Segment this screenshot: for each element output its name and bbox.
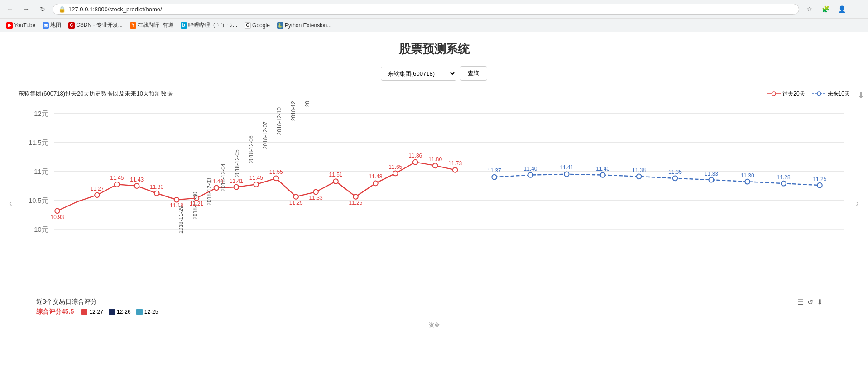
fore-dot-0 (492, 175, 497, 180)
svg-text:11.25: 11.25 (349, 200, 362, 206)
svg-text:11.40: 11.40 (596, 166, 609, 172)
hist-dot-20 (453, 167, 458, 172)
hist-dot-11 (273, 176, 278, 181)
bookmark-csdn[interactable]: C CSDN - 专业开发... (66, 20, 125, 30)
eval-legend-1226: 12-26 (109, 309, 131, 315)
svg-text:2018-12-05: 2018-12-05 (234, 149, 240, 177)
evaluation-title: 近3个交易日综合评分 (36, 298, 158, 306)
download-icon[interactable]: ⬇ (817, 298, 823, 306)
fore-dot-6 (709, 177, 714, 182)
fore-dot-4 (637, 174, 642, 179)
svg-text:2018-12-12: 2018-12-12 (304, 101, 311, 107)
hist-dot-8 (214, 186, 219, 191)
legend-future: 未来10天 (812, 90, 850, 98)
bilibili-favicon: b (181, 22, 187, 29)
chart-container: ‹ › 东软集团(600718)过去20天历史数据以及未来10天预测数据 过去2… (9, 90, 859, 316)
chart-title: 东软集团(600718)过去20天历史数据以及未来10天预测数据 (18, 90, 173, 98)
svg-text:11.28: 11.28 (777, 174, 791, 181)
svg-text:2018-12-04: 2018-12-04 (220, 163, 226, 191)
data-view-icon[interactable]: ☰ (797, 298, 804, 306)
bookmarks-bar: ▶ YouTube ◉ 地图 C CSDN - 专业开发... Y 在线翻译_有… (0, 18, 868, 32)
bookmark-python-label: Python Extension... (285, 22, 331, 29)
bookmark-maps[interactable]: ◉ 地图 (40, 20, 64, 30)
address-bar[interactable]: 🔒 127.0.0.1:8000/stock_predict/home/ (53, 4, 799, 15)
profile-button[interactable]: 👤 (835, 3, 848, 15)
python-favicon: 🐍 (277, 22, 283, 29)
forward-button[interactable]: → (20, 3, 33, 15)
svg-text:11.30: 11.30 (741, 172, 754, 179)
hist-dot-18 (413, 160, 418, 165)
extensions-button[interactable]: 🧩 (819, 3, 832, 15)
url-text: 127.0.0.1:8000/stock_predict/home/ (68, 6, 162, 13)
svg-text:11.35: 11.35 (668, 169, 682, 175)
hist-label-0: 10.93 (51, 214, 64, 220)
reload-button[interactable]: ↻ (36, 3, 49, 15)
svg-text:11.41: 11.41 (560, 164, 573, 171)
fore-dot-1 (528, 172, 533, 177)
bottom-section: 近3个交易日综合评分 综合评分45.5 12-27 12-26 (18, 298, 850, 316)
svg-text:2018-12-10: 2018-12-10 (276, 107, 283, 135)
chart-tools: ☰ ↺ ⬇ (797, 298, 823, 306)
svg-text:11.45: 11.45 (249, 175, 263, 181)
maps-favicon: ◉ (43, 22, 49, 29)
eval-legend-1225: 12-25 (136, 309, 158, 315)
svg-text:11.5元: 11.5元 (29, 139, 48, 146)
bookmark-google-label: Google (252, 22, 270, 29)
svg-text:11.51: 11.51 (329, 172, 343, 178)
svg-text:11.25: 11.25 (813, 176, 826, 182)
back-button[interactable]: ← (4, 3, 16, 15)
hist-dot-17 (393, 171, 398, 176)
svg-text:11.65: 11.65 (388, 164, 402, 170)
svg-text:2018-12-03: 2018-12-03 (206, 177, 212, 206)
main-chart-svg: 12元 11.5元 11元 10.5元 10元 10.93 11.27 11.4… (18, 101, 850, 294)
chart-next-arrow[interactable]: › (856, 197, 859, 208)
youdao-favicon: Y (130, 22, 136, 29)
hist-dot-2 (95, 192, 100, 197)
svg-text:11.41: 11.41 (230, 178, 243, 184)
stock-selector: 东软集团(600718) 贵州茅台(600519) 平安银行(000001) 查… (9, 66, 859, 81)
bottom-text: 资金 (429, 322, 440, 328)
side-download-icon[interactable]: ⬇ (858, 91, 864, 100)
svg-text:2018-11-29: 2018-11-29 (178, 206, 184, 234)
svg-text:2018-11-30: 2018-11-30 (192, 191, 198, 220)
bookmark-google[interactable]: G Google (242, 21, 273, 29)
svg-text:11.33: 11.33 (309, 195, 323, 201)
hist-dot-13 (313, 190, 318, 195)
eval-label-1225: 12-25 (144, 309, 158, 315)
svg-text:11.25: 11.25 (289, 200, 303, 206)
eval-color-1227 (81, 309, 87, 315)
svg-text:11.43: 11.43 (130, 177, 144, 183)
svg-text:10元: 10元 (34, 226, 48, 233)
stock-select[interactable]: 东软集团(600718) 贵州茅台(600519) 平安银行(000001) (381, 67, 456, 81)
eval-color-1225 (136, 309, 143, 315)
bookmark-star-button[interactable]: ☆ (803, 3, 815, 15)
eval-legend: 12-27 12-26 12-25 (81, 309, 158, 315)
fore-dot-9 (817, 183, 822, 188)
lock-icon: 🔒 (58, 6, 66, 13)
csdn-favicon: C (68, 22, 75, 29)
svg-text:11.86: 11.86 (408, 153, 422, 159)
bookmark-bilibili[interactable]: b 哔哩哔哩（ '· '）つ... (178, 20, 240, 30)
bookmark-youdao[interactable]: Y 在线翻译_有道 (127, 20, 176, 30)
bookmark-csdn-label: CSDN - 专业开发... (76, 21, 123, 29)
bookmark-python[interactable]: 🐍 Python Extension... (274, 21, 334, 29)
bookmark-youtube[interactable]: ▶ YouTube (4, 21, 38, 29)
refresh-icon[interactable]: ↺ (807, 298, 813, 306)
query-button[interactable]: 查询 (460, 66, 487, 81)
hist-dot-5 (154, 191, 159, 196)
eval-legend-1227: 12-27 (81, 309, 103, 315)
svg-text:2018-12-11: 2018-12-11 (290, 101, 297, 121)
chart-header: 东软集团(600718)过去20天历史数据以及未来10天预测数据 过去20天 (18, 90, 850, 98)
bottom-label: 资金 (9, 321, 859, 329)
svg-text:11.40: 11.40 (524, 166, 537, 172)
legend-past: 过去20天 (767, 90, 805, 98)
legend-past-label: 过去20天 (782, 90, 805, 98)
page-title: 股票预测系统 (9, 41, 859, 57)
google-favicon: G (245, 22, 251, 29)
chart-prev-arrow[interactable]: ‹ (9, 197, 12, 208)
svg-text:2018-12-06: 2018-12-06 (248, 135, 254, 163)
menu-button[interactable]: ⋮ (852, 3, 864, 15)
browser-chrome: ← → ↻ 🔒 127.0.0.1:8000/stock_predict/hom… (0, 0, 868, 32)
bookmark-youtube-label: YouTube (14, 22, 35, 29)
chart-legend: 过去20天 未来10天 (767, 90, 850, 98)
